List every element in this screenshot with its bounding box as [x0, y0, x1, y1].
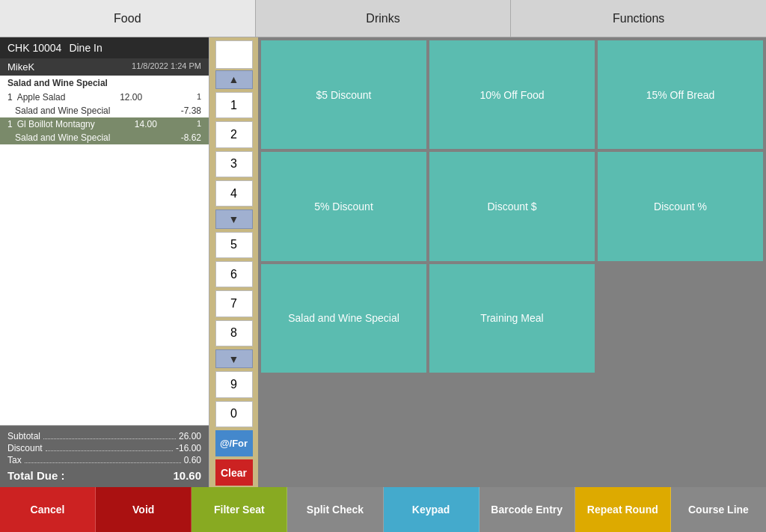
num-btn-4[interactable]: 4 [215, 180, 253, 207]
dots [25, 455, 181, 463]
item-name: Gl Boillot Montagny [17, 119, 95, 129]
item-qty: 1 [197, 92, 201, 103]
discount-row: Discount -16.00 [7, 442, 201, 454]
order-datetime: 11/8/2022 1:24 PM [132, 61, 201, 73]
menu-row-3: Salad and Wine Special Training Meal [261, 264, 763, 373]
item-seq: 1 [7, 92, 13, 103]
num-btn-7[interactable]: 7 [215, 290, 253, 317]
menu-tile-salad-wine-special[interactable]: Salad and Wine Special [261, 264, 426, 373]
discount-value: -16.00 [176, 443, 201, 453]
void-button[interactable]: Void [96, 487, 192, 532]
item-qty: 1 [197, 119, 201, 129]
tax-row: Tax 0.60 [7, 454, 201, 466]
nav-down2-btn[interactable]: ▼ [215, 349, 253, 368]
order-items-list: Salad and Wine Special 1 Apple Salad 12.… [0, 76, 209, 425]
menu-tile-10-off-food[interactable]: 10% Off Food [429, 40, 595, 149]
menu-tile-empty-4b [429, 376, 595, 484]
menu-tile-5-discount[interactable]: $5 Discount [261, 40, 426, 149]
num-btn-0[interactable]: 0 [215, 401, 253, 427]
total-label: Total Due : [7, 469, 64, 482]
tab-functions[interactable]: Functions [511, 0, 766, 37]
tax-value: 0.60 [184, 455, 201, 465]
table-row[interactable]: 1 Gl Boillot Montagny 14.00 1 [0, 117, 209, 131]
bottom-buttons: Cancel Void Filter Seat Split Check Keyp… [0, 487, 766, 532]
clear-button[interactable]: Clear [215, 459, 253, 486]
item-seq: 1 [7, 119, 13, 129]
menu-tile-empty-4c [598, 376, 763, 484]
menu-tile-discount-pct[interactable]: Discount % [598, 152, 763, 260]
discount-name: Salad and Wine Special [15, 132, 110, 143]
menu-tile-15-off-bread[interactable]: 15% Off Bread [598, 40, 763, 149]
tab-food[interactable]: Food [0, 0, 256, 37]
subtotal-value: 26.00 [179, 431, 201, 441]
menu-row-1: $5 Discount 10% Off Food 15% Off Bread [261, 40, 763, 149]
menu-row-2: 5% Discount Discount $ Discount % [261, 152, 763, 260]
subtotal-label: Subtotal [7, 431, 40, 441]
menu-tile-training-meal[interactable]: Training Meal [429, 264, 595, 373]
menu-tile-discount-dollar[interactable]: Discount $ [429, 152, 595, 260]
total-due-row: Total Due : 10.60 [7, 466, 201, 483]
num-btn-2[interactable]: 2 [215, 121, 253, 147]
dots [43, 431, 176, 439]
menu-tile-5-pct-discount[interactable]: 5% Discount [261, 152, 426, 260]
keypad-button[interactable]: Keypad [384, 487, 479, 532]
tab-drinks[interactable]: Drinks [256, 0, 512, 37]
num-btn-5[interactable]: 5 [215, 232, 253, 258]
dine-type: Dine In [69, 42, 102, 54]
course-line-button[interactable]: Course Line [671, 487, 766, 532]
customer-name: MikeK [7, 61, 34, 73]
num-btn-6[interactable]: 6 [215, 261, 253, 287]
order-header: CHK 10004 Dine In [0, 37, 209, 58]
split-check-button[interactable]: Split Check [287, 487, 383, 532]
num-btn-3[interactable]: 3 [215, 151, 253, 177]
item-price: 12.00 [120, 92, 142, 103]
customer-row: MikeK 11/8/2022 1:24 PM [0, 58, 209, 76]
tax-label: Tax [7, 455, 22, 465]
at-for-button[interactable]: @/For [215, 430, 253, 456]
order-panel: CHK 10004 Dine In MikeK 11/8/2022 1:24 P… [0, 37, 209, 487]
totals-section: Subtotal 26.00 Discount -16.00 Tax 0.60 … [0, 425, 209, 487]
main-layout: CHK 10004 Dine In MikeK 11/8/2022 1:24 P… [0, 37, 766, 487]
num-btn-1[interactable]: 1 [215, 92, 253, 118]
total-value: 10.60 [173, 469, 201, 482]
top-navigation: Food Drinks Functions [0, 0, 766, 37]
item-name: Apple Salad [17, 92, 66, 103]
discount-name: Salad and Wine Special [15, 106, 110, 116]
numpad-display [215, 40, 253, 69]
discount-label: Discount [7, 443, 43, 453]
check-number: CHK 10004 [7, 42, 61, 54]
repeat-round-button[interactable]: Repeat Round [575, 487, 671, 532]
group-header-1: Salad and Wine Special [0, 76, 209, 91]
dots [46, 443, 173, 451]
nav-up-btn[interactable]: ▲ [215, 70, 253, 89]
num-btn-8[interactable]: 8 [215, 320, 253, 346]
item-main: 1 Apple Salad [7, 92, 65, 103]
barcode-entry-button[interactable]: Barcode Entry [479, 487, 575, 532]
item-discount-row: Salad and Wine Special -7.38 [0, 104, 209, 117]
num-btn-9[interactable]: 9 [215, 371, 253, 397]
filter-seat-button[interactable]: Filter Seat [192, 487, 287, 532]
item-main: 1 Gl Boillot Montagny [7, 119, 95, 129]
menu-tile-empty-4a [261, 376, 426, 484]
menu-grid-panel: $5 Discount 10% Off Food 15% Off Bread 5… [258, 37, 766, 487]
numpad-area: ▲ 1 2 3 4 ▼ 5 6 7 8 ▼ 9 0 @/For Clear [209, 37, 258, 487]
item-price: 14.00 [135, 119, 157, 129]
discount-amount: -8.62 [181, 132, 201, 143]
menu-tile-empty-3 [598, 264, 763, 373]
menu-row-4 [261, 376, 763, 484]
nav-down-btn[interactable]: ▼ [215, 210, 253, 228]
discount-amount: -7.38 [181, 106, 201, 116]
cancel-button[interactable]: Cancel [0, 487, 96, 532]
item-discount-row: Salad and Wine Special -8.62 [0, 131, 209, 144]
table-row[interactable]: 1 Apple Salad 12.00 1 [0, 91, 209, 104]
subtotal-row: Subtotal 26.00 [7, 430, 201, 442]
